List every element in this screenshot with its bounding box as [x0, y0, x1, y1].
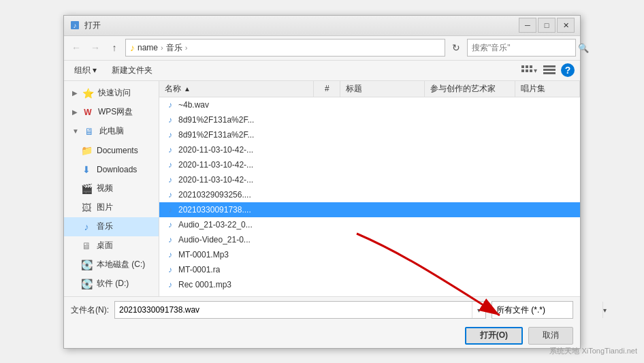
file-name-cell: ♪Audio-Video_21-0...	[159, 234, 314, 245]
sidebar-item-wps[interactable]: ▶ W WPS网盘	[64, 103, 159, 122]
col-header-title[interactable]: 标题	[340, 81, 425, 97]
new-folder-button[interactable]: 新建文件夹	[107, 62, 157, 78]
sidebar-label-disk-d: 软件 (D:)	[97, 278, 129, 289]
sidebar-item-thispc[interactable]: ▼ 🖥 此电脑	[64, 122, 159, 141]
file-music-icon: ♪	[165, 219, 176, 230]
expand-icon: ▶	[72, 89, 78, 97]
table-row[interactable]: ♪Audio_21-03-22_0...	[159, 217, 580, 232]
file-music-icon: ♪	[165, 264, 176, 275]
sidebar-item-music[interactable]: ♪ 音乐	[64, 217, 159, 236]
table-row[interactable]: ♪2020-11-03-10-42-...	[159, 157, 580, 172]
table-row[interactable]: ♪8d91%2F131a%2F...	[159, 127, 580, 142]
table-row[interactable]: ♪Audio-Video_21-0...	[159, 232, 580, 247]
filetype-input[interactable]	[492, 305, 602, 315]
file-name-cell: ♪2020-11-03-10-42-...	[159, 159, 314, 170]
table-row[interactable]: ♪Rec 0001.mp3	[159, 277, 580, 292]
sidebar-item-pictures[interactable]: 🖼 图片	[64, 198, 159, 217]
file-music-icon: ♪	[165, 204, 176, 215]
file-name-cell: ♪2020-11-03-10-42-...	[159, 144, 314, 155]
file-list: ♪~4b.wav♪8d91%2F131a%2F...♪8d91%2F131a%2…	[159, 97, 580, 296]
filename-dropdown-button[interactable]: ▾	[472, 302, 485, 318]
file-name-text: 8d91%2F131a%2F...	[178, 115, 254, 125]
sidebar-item-quick-access[interactable]: ▶ ⭐ 快速访问	[64, 84, 159, 103]
open-button[interactable]: 打开(O)	[465, 327, 523, 345]
back-button[interactable]: ←	[68, 40, 84, 56]
minimize-button[interactable]: ─	[519, 18, 536, 33]
path-arrow-2: ›	[185, 44, 188, 52]
sidebar-item-desktop[interactable]: 🖥 桌面	[64, 236, 159, 255]
table-row[interactable]: ♪20210330091738....	[159, 202, 580, 217]
file-name-text: MT-0001.ra	[178, 265, 220, 274]
search-icon-button[interactable]: 🔍	[578, 43, 589, 53]
up-button[interactable]: ↑	[106, 40, 123, 56]
file-name-text: 20210329093256....	[178, 190, 251, 200]
svg-rect-8	[543, 65, 556, 67]
sidebar: ▶ ⭐ 快速访问 ▶ W WPS网盘 ▼ 🖥 此电脑 📁 Documents ⬇…	[64, 81, 159, 296]
file-music-icon: ♪	[165, 129, 176, 140]
downloads-icon: ⬇	[80, 163, 93, 176]
table-row[interactable]: ♪8d91%2F131a%2F...	[159, 112, 580, 127]
sidebar-label-pictures: 图片	[97, 202, 113, 213]
table-row[interactable]: ♪MT-0001.ra	[159, 262, 580, 277]
table-row[interactable]: ♪20210329093256....	[159, 187, 580, 202]
sidebar-item-videos[interactable]: 🎬 视频	[64, 179, 159, 198]
music-icon: ♪	[80, 221, 93, 233]
search-input[interactable]	[468, 43, 578, 52]
close-button[interactable]: ✕	[557, 18, 575, 33]
search-box: 🔍	[467, 39, 576, 57]
col-header-name[interactable]: 名称 ▲	[159, 81, 314, 97]
table-row[interactable]: ♪MT-0001.Mp3	[159, 247, 580, 262]
view-options-button[interactable]: ▾	[520, 62, 538, 78]
sidebar-label-desktop: 桌面	[97, 240, 113, 251]
refresh-button[interactable]: ↻	[448, 40, 464, 56]
toolbar-right: ▾ ?	[520, 62, 575, 78]
file-name-cell: ♪MT-0001.Mp3	[159, 249, 314, 260]
file-name-text: 2020-11-03-10-42-...	[178, 160, 253, 170]
table-row[interactable]: ♪2020-11-03-10-42-...	[159, 142, 580, 157]
address-path[interactable]: ♪ name › 音乐 ›	[125, 39, 445, 57]
desktop-icon: 🖥	[80, 240, 93, 252]
file-music-icon: ♪	[165, 174, 176, 185]
col-header-album[interactable]: 唱片集	[515, 81, 580, 97]
file-music-icon: ♪	[165, 144, 176, 155]
svg-rect-5	[521, 69, 524, 72]
quick-access-icon: ⭐	[82, 87, 94, 99]
file-name-text: Audio_21-03-22_0...	[178, 220, 253, 230]
action-bar: 打开(O) 取消	[64, 323, 580, 348]
file-name-text: ~4b.wav	[178, 100, 209, 110]
documents-icon: 📁	[80, 144, 93, 157]
sidebar-label-quick-access: 快速访问	[98, 87, 131, 99]
sidebar-label-downloads: Downloads	[97, 165, 137, 174]
table-row[interactable]: ♪~4b.wav	[159, 97, 580, 112]
organize-button[interactable]: 组织 ▾	[69, 62, 101, 78]
filetype-dropdown-button[interactable]: ▾	[602, 302, 607, 318]
details-view-button[interactable]	[541, 62, 558, 78]
col-header-num[interactable]: #	[314, 81, 340, 97]
maximize-button[interactable]: □	[538, 18, 556, 33]
forward-button[interactable]: →	[87, 40, 103, 56]
cancel-button[interactable]: 取消	[528, 327, 573, 345]
file-music-icon: ♪	[165, 189, 176, 200]
title-text: 打开	[84, 20, 519, 31]
path-segment-music: 音乐	[166, 42, 182, 54]
sidebar-item-software-d[interactable]: 💽 软件 (D:)	[64, 274, 159, 294]
filename-input[interactable]	[115, 305, 472, 315]
watermark-text: 系统天地 XiTongTiandi.net	[549, 347, 637, 355]
filename-input-wrap: ▾	[114, 301, 486, 319]
col-header-artist[interactable]: 参与创作的艺术家	[425, 81, 515, 97]
path-arrow-1: ›	[161, 44, 163, 52]
view-dropdown-arrow: ▾	[534, 67, 537, 74]
help-button[interactable]: ?	[561, 63, 575, 77]
sidebar-label-wps: WPS网盘	[98, 106, 133, 118]
svg-rect-3	[526, 65, 528, 68]
sidebar-item-documents[interactable]: 📁 Documents	[64, 141, 159, 160]
title-bar-icon: ♪	[69, 20, 80, 31]
file-list-header: 名称 ▲ # 标题 参与创作的艺术家 唱片集	[159, 81, 580, 97]
file-name-text: MT-0001.Mp3	[178, 250, 229, 259]
file-name-cell: ♪8d91%2F131a%2F...	[159, 114, 314, 125]
sidebar-item-downloads[interactable]: ⬇ Downloads	[64, 160, 159, 179]
sidebar-item-local-disk-c[interactable]: 💽 本地磁盘 (C:)	[64, 255, 159, 274]
file-name-cell: ♪20210330091738....	[159, 204, 314, 215]
table-row[interactable]: ♪2020-11-03-10-42-...	[159, 172, 580, 187]
col-num-label: #	[325, 84, 329, 93]
